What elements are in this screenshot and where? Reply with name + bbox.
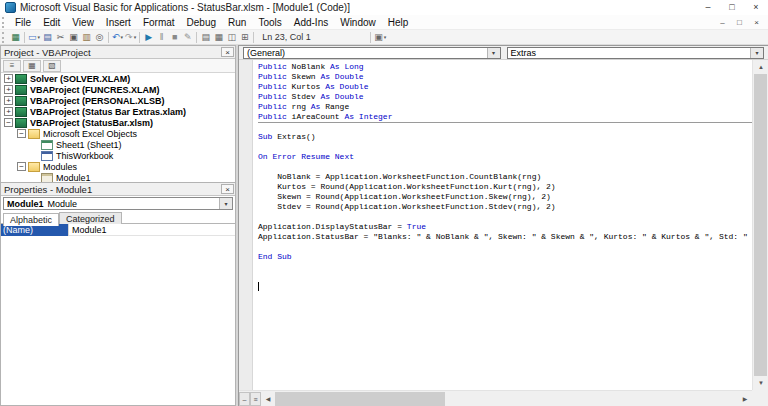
expand-icon[interactable]: + xyxy=(4,85,13,94)
save-button[interactable]: ▤ xyxy=(41,31,54,44)
project-icon xyxy=(15,107,27,117)
close-button[interactable]: × xyxy=(744,0,768,15)
copy-button[interactable]: ▣ xyxy=(67,31,80,44)
object-selector-combobox[interactable]: Module1 Module ▾ xyxy=(3,197,233,210)
toggle-folders-button[interactable]: ▧ xyxy=(43,60,61,72)
properties-grid[interactable]: (Name)Module1 xyxy=(1,224,235,404)
tab-alphabetic[interactable]: Alphabetic xyxy=(3,213,59,226)
object-dropdown[interactable]: (General) ▾ xyxy=(243,47,501,59)
mdi-close-button[interactable]: × xyxy=(748,18,765,27)
dropdown-arrow-icon[interactable]: ▾ xyxy=(384,34,387,40)
properties-panel: Properties - Module1 × Module1 Module ▾ … xyxy=(0,182,236,406)
breakpoint-margin[interactable] xyxy=(239,60,253,390)
code-line: Public Kurtos As Double xyxy=(258,82,752,92)
properties-panel-close-button[interactable]: × xyxy=(221,184,234,194)
project-explorer-button[interactable]: ▤ xyxy=(199,31,212,44)
project-tree[interactable]: +Solver (SOLVER.XLAM)+VBAProject (FUNCRE… xyxy=(1,73,235,182)
reset-button[interactable]: ■ xyxy=(168,31,181,44)
tree-item-solver-project[interactable]: +Solver (SOLVER.XLAM) xyxy=(1,73,235,84)
dropdown-arrow-icon[interactable]: ▾ xyxy=(121,34,124,40)
horizontal-scrollbar[interactable]: – ≡ ◀ ▶ xyxy=(239,390,752,406)
collapse-icon[interactable]: − xyxy=(17,129,26,138)
design-mode-button[interactable]: ✎ xyxy=(181,31,194,44)
project-panel-header[interactable]: Project - VBAProject × xyxy=(1,46,235,59)
property-value-cell[interactable]: Module1 xyxy=(69,225,107,235)
code-window: (General) ▾ Extras ▾ Public NoBlank As L… xyxy=(238,45,768,406)
tree-item-personal-project[interactable]: +VBAProject (PERSONAL.XLSB) xyxy=(1,95,235,106)
tree-item-label: Solver (SOLVER.XLAM) xyxy=(30,74,130,84)
run-button[interactable]: ▶ xyxy=(142,31,155,44)
tree-item-funcres-project[interactable]: +VBAProject (FUNCRES.XLAM) xyxy=(1,84,235,95)
vertical-scrollbar-thumb[interactable] xyxy=(754,74,767,376)
menu-add-ins[interactable]: Add-Ins xyxy=(288,15,334,30)
undo-button[interactable]: ↶▾ xyxy=(111,31,124,44)
menu-format[interactable]: Format xyxy=(137,15,181,30)
menu-window[interactable]: Window xyxy=(334,15,382,30)
object-browser-button[interactable]: ◫ xyxy=(225,31,238,44)
scroll-up-icon[interactable]: ▲ xyxy=(753,60,768,74)
menu-tools[interactable]: Tools xyxy=(252,15,287,30)
toolbar-separator xyxy=(108,32,109,43)
procedure-dropdown[interactable]: Extras ▾ xyxy=(507,47,765,59)
menu-insert[interactable]: Insert xyxy=(100,15,137,30)
full-module-view-button[interactable]: ≡ xyxy=(250,392,261,406)
minimize-button[interactable]: – xyxy=(696,0,720,15)
menu-debug[interactable]: Debug xyxy=(181,15,222,30)
scroll-right-icon[interactable]: ▶ xyxy=(738,391,752,406)
mdi-minimize-button[interactable]: – xyxy=(714,18,731,27)
horizontal-scrollbar-thumb[interactable] xyxy=(275,392,445,406)
paste-button[interactable]: ▥ xyxy=(80,31,93,44)
mdi-restore-button[interactable]: □ xyxy=(731,18,748,27)
view-microsoft-excel-button[interactable]: ▦ xyxy=(9,31,22,44)
view-object-button[interactable]: ▦ xyxy=(23,60,41,72)
chevron-down-icon[interactable]: ▾ xyxy=(219,198,232,209)
cut-button[interactable]: ✂ xyxy=(54,31,67,44)
procedure-view-button[interactable]: – xyxy=(239,392,250,406)
collapse-icon[interactable]: − xyxy=(4,118,13,127)
redo-button[interactable]: ↷▾ xyxy=(124,31,137,44)
menu-view[interactable]: View xyxy=(66,15,100,30)
vertical-scrollbar[interactable]: ▲ ▼ xyxy=(752,60,768,390)
add-ins-toolbar-button[interactable]: ▣▾ xyxy=(373,31,387,44)
expand-icon[interactable]: + xyxy=(4,107,13,116)
scroll-down-icon[interactable]: ▼ xyxy=(753,376,768,390)
menu-grip-handle[interactable] xyxy=(2,17,7,28)
chevron-down-icon[interactable]: ▾ xyxy=(487,48,500,58)
chevron-down-icon[interactable]: ▾ xyxy=(750,48,763,58)
expand-icon[interactable]: + xyxy=(4,96,13,105)
tree-item-status-bar-extras-project[interactable]: +VBAProject (Status Bar Extras.xlam) xyxy=(1,106,235,117)
run-icon: ▶ xyxy=(145,31,152,44)
scroll-left-icon[interactable]: ◀ xyxy=(261,391,275,406)
view-code-button[interactable]: ≡ xyxy=(3,60,21,72)
dropdown-arrow-icon[interactable]: ▾ xyxy=(134,34,137,40)
dropdown-arrow-icon[interactable]: ▾ xyxy=(38,34,41,40)
break-button[interactable]: ‖ xyxy=(155,31,168,44)
selected-object-name: Module1 xyxy=(7,199,44,209)
find-button[interactable]: ◎ xyxy=(93,31,106,44)
tree-item-thisworkbook[interactable]: ThisWorkbook xyxy=(1,150,235,161)
toolbar-grip-handle[interactable] xyxy=(2,32,7,43)
maximize-button[interactable]: □ xyxy=(720,0,744,15)
tab-categorized[interactable]: Categorized xyxy=(59,212,122,224)
tree-item-sheet1[interactable]: Sheet1 (Sheet1) xyxy=(1,139,235,150)
code-content[interactable]: Public NoBlank As LongPublic Skewn As Do… xyxy=(254,60,752,390)
tree-item-statusbar-project[interactable]: −VBAProject (StatusBar.xlsm) xyxy=(1,117,235,128)
folder-icon xyxy=(28,129,40,139)
code-line: End Sub xyxy=(258,252,752,262)
menu-help[interactable]: Help xyxy=(382,15,415,30)
text-cursor-icon xyxy=(258,282,259,291)
insert-userform-button[interactable]: ▭▾ xyxy=(27,31,41,44)
toolbox-button[interactable]: ⊞ xyxy=(238,31,251,44)
tree-item-modules[interactable]: −Modules xyxy=(1,161,235,172)
menu-file[interactable]: File xyxy=(9,15,37,30)
properties-window-button[interactable]: ▦ xyxy=(212,31,225,44)
project-panel-close-button[interactable]: × xyxy=(221,47,234,57)
properties-panel-header[interactable]: Properties - Module1 × xyxy=(1,183,235,196)
tree-item-microsoft-excel-objects[interactable]: −Microsoft Excel Objects xyxy=(1,128,235,139)
expand-icon[interactable]: + xyxy=(4,74,13,83)
folder-icon xyxy=(28,162,40,172)
menu-run[interactable]: Run xyxy=(222,15,252,30)
menu-edit[interactable]: Edit xyxy=(37,15,66,30)
tree-item-module1[interactable]: Module1 xyxy=(1,172,235,182)
collapse-icon[interactable]: − xyxy=(17,162,26,171)
